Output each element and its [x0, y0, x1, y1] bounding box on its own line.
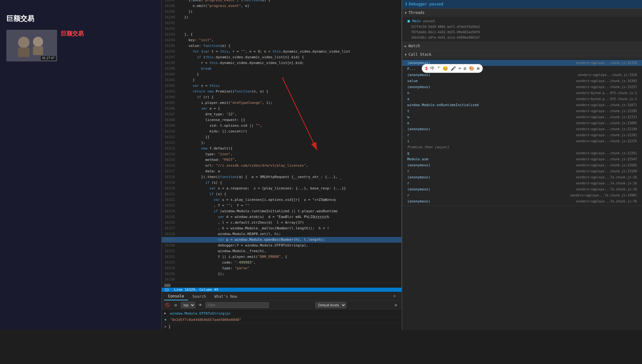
- ime-zh[interactable]: 中: [430, 66, 435, 71]
- code-line[interactable]: 16300 }: [162, 72, 401, 77]
- console-filter-input[interactable]: [205, 302, 269, 308]
- thread-id1[interactable]: 527f4c50-5dd9-480b-bef1-dfde6f5b50a3: [402, 24, 642, 29]
- call-stack-item[interactable]: Promise.then (async): [402, 144, 642, 150]
- code-line[interactable]: 16315 method: "POST",: [162, 157, 401, 163]
- call-stack-item[interactable]: (anonymous) vendors~xgplaye...7a.chunk.j…: [402, 174, 642, 180]
- code-line[interactable]: 16301 }: [162, 77, 401, 83]
- call-stack-item[interactable]: (anonymous) vendors~xgplaye...chunk.js:1…: [402, 84, 642, 90]
- code-line[interactable]: 16306 var a = {: [162, 106, 401, 112]
- code-line[interactable]: 16329 var p = window.Module.openBox(Numb…: [162, 237, 401, 243]
- code-line[interactable]: 16317 data: a: [162, 169, 401, 174]
- call-stack-item[interactable]: r vendors~xgplaye...chunk.js:22201: [402, 132, 642, 138]
- code-line[interactable]: 16304 if (r) {: [162, 94, 401, 100]
- call-stack-item[interactable]: n vendors~byted-p...9f5.chunk.js:1: [402, 90, 642, 96]
- code-line[interactable]: 16308 license_request: [{: [162, 117, 401, 123]
- call-stack-item[interactable]: t vendors~xgplaye...chunk.js:22285: [402, 108, 642, 114]
- code-line[interactable]: 16297 if (this.dynamic_video.dynamic_vid…: [162, 54, 401, 60]
- call-stack-item[interactable]: Module.asm vendors~xgplaye...chunk.js:22…: [402, 156, 642, 162]
- code-line[interactable]: 16312 };: [162, 140, 401, 146]
- thread-id3[interactable]: 2bb43d6c-a9fa-4e91-a1cb-6409be9063d7: [402, 35, 642, 40]
- call-stack-item[interactable]: (anonymous) vendors~xgplaye...7a.chunk.j…: [402, 186, 642, 192]
- code-line[interactable]: 16293 }, {: [162, 32, 401, 37]
- code-line[interactable]: 16305 i.player.emit("drmTypeChange", 1);: [162, 100, 401, 106]
- call-stack-item[interactable]: a vendors~byted-p...9f5.chunk.js:1: [402, 96, 642, 102]
- call-stack-item[interactable]: e vendors~xgplaye...chunk.js:23095: [402, 120, 642, 126]
- console-input-line[interactable]: > |: [162, 323, 402, 330]
- code-line[interactable]: 16336: [162, 277, 401, 283]
- thread-id2[interactable]: f875da6b-06c2-4a52-8d25-09e465ae94f8: [402, 29, 642, 35]
- code-line[interactable]: 16296 for (var t = this, r = "", n = 0; …: [162, 49, 401, 54]
- video-thumbnail[interactable]: 01:27:47: [6, 30, 57, 61]
- code-line[interactable]: 16309 vid: t.options.vid || "",: [162, 123, 401, 129]
- code-line[interactable]: 16307 drm_type: "22",: [162, 112, 401, 117]
- code-line[interactable]: 16333 code: "-499983",: [162, 260, 401, 265]
- ime-apps[interactable]: ⊞: [477, 66, 479, 71]
- ime-mic[interactable]: 🎤: [451, 66, 456, 71]
- code-line[interactable]: 16294 key: "init",: [162, 37, 401, 43]
- ime-emoji[interactable]: 😊: [443, 66, 448, 71]
- code-line[interactable]: 16326 , l = c.default.str2hex(d) l = Arr…: [162, 220, 401, 226]
- call-stack-item[interactable]: window.Module.onRuntimeInitialized vendo…: [402, 102, 642, 108]
- code-line[interactable]: 16310 kids: [].concat(r): [162, 129, 401, 134]
- call-stack-item[interactable]: r vendors~xgplaye...7a.chunk.js:16: [402, 180, 642, 186]
- call-stack-item[interactable]: r vendors~xgplaye...chunk.js:23109: [402, 168, 642, 174]
- call-stack-item[interactable]: (anonymous) vendors~xgplaye...chunk.js:2…: [402, 126, 642, 132]
- code-line[interactable]: 16328 window.Module.HEAP8.set(l, h);: [162, 231, 401, 237]
- console-entry-expand[interactable]: ▶ window.Module.UTF8ToString(p): [162, 311, 402, 317]
- code-line[interactable]: 16335 });: [162, 271, 401, 277]
- console-settings-btn[interactable]: ⚙: [393, 302, 399, 308]
- code-line[interactable]: 16295 value: function(e) {: [162, 43, 401, 49]
- code-line[interactable]: 16321 if (s) {: [162, 191, 401, 197]
- expand-arrow[interactable]: ▶: [164, 311, 168, 315]
- thread-main[interactable]: Main paused: [402, 18, 642, 24]
- tab-search[interactable]: Search: [189, 293, 210, 300]
- code-line[interactable]: 16287 i.once("progress_event", (function…: [162, 0, 401, 3]
- code-line[interactable]: 16324 if (window.Module.runtimeInitializ…: [162, 208, 401, 214]
- watch-section-header[interactable]: ▶ Watch: [402, 42, 642, 50]
- ime-dot[interactable]: °: [437, 66, 440, 71]
- ime-theme[interactable]: 🎨: [469, 66, 474, 71]
- console-clear-btn[interactable]: 🚫: [164, 302, 171, 308]
- code-line[interactable]: 16289 }): [162, 9, 401, 15]
- code-line[interactable]: 16334 type: "parse": [162, 265, 401, 271]
- code-line[interactable]: 16292: [162, 26, 401, 32]
- ime-keyboard[interactable]: ⌨: [458, 66, 461, 71]
- console-filter-btn[interactable]: ⊘: [172, 302, 179, 308]
- ime-gear[interactable]: ⚙: [464, 66, 466, 71]
- call-stack-item[interactable]: (anonymous) vendors~xgplaye...chunk.js:2…: [402, 162, 642, 168]
- console-levels-select[interactable]: Default levels: [315, 302, 346, 308]
- code-line[interactable]: 16320 var s = a.response; s = {play_lice…: [162, 186, 401, 191]
- console-eye-btn[interactable]: 👁: [197, 302, 204, 308]
- code-line[interactable]: 16313 new f.default({: [162, 146, 401, 151]
- code-line[interactable]: 16330 debugger;f = window.Module.UTF8ToS…: [162, 243, 401, 248]
- code-line[interactable]: 16327 , h = window.Module._malloc(Number…: [162, 226, 401, 231]
- console-context-select[interactable]: top: [181, 302, 195, 308]
- code-line[interactable]: 16291: [162, 20, 401, 26]
- code-line[interactable]: 16303 return new Promise((function(n, o)…: [162, 89, 401, 94]
- code-line[interactable]: 16311 }]: [162, 134, 401, 140]
- call-stack-item[interactable]: i vendors~xgplaye...chunk.js:22225: [402, 138, 642, 144]
- code-line[interactable]: 16316 url: "//i.snssdk.com/video/drm/v1/…: [162, 163, 401, 169]
- call-stack-item[interactable]: value vendors~xgplaye...chunk.js:16303: [402, 78, 642, 84]
- call-stack-item[interactable]: w vendors~xgplaye...chunk.js:22313: [402, 114, 642, 120]
- code-line[interactable]: 16298 r = this.dynamic_video.dynamic_vid…: [162, 60, 401, 66]
- code-line[interactable]: 16322 var u = s.play_licenses[i.options.…: [162, 197, 401, 203]
- source-format-icon[interactable]: {}: [165, 288, 169, 292]
- call-stack-item[interactable]: g vendors~xgplaye...chunk.js:22261: [402, 150, 642, 156]
- code-line[interactable]: 16299 break: [162, 66, 401, 72]
- tab-whats-new[interactable]: What's New: [211, 293, 241, 300]
- code-lines[interactable]: 16287 i.once("progress_event", (function…: [162, 0, 401, 283]
- call-stack-section-header[interactable]: ▼ Call Stack: [402, 50, 642, 59]
- code-line[interactable]: 16323 , f = ""; f = "": [162, 203, 401, 208]
- horizontal-scrollbar[interactable]: [162, 283, 401, 288]
- call-stack-item[interactable]: r vendors~xgplaye...7a.chunk.js:14981: [402, 192, 642, 198]
- code-line[interactable]: 16302 var s = this;: [162, 83, 401, 89]
- code-line[interactable]: 16332 f || i.player.emit("DRM_ERROR", {: [162, 254, 401, 260]
- code-line[interactable]: 16290 }): [162, 15, 401, 20]
- code-line[interactable]: 16288 n.emit("progress_event", e): [162, 3, 401, 9]
- threads-section-header[interactable]: ▼ Threads: [402, 9, 642, 17]
- close-bottom-btn[interactable]: ✕: [390, 291, 399, 300]
- tab-console-bottom[interactable]: Console: [164, 293, 188, 300]
- code-line[interactable]: 16318 }).then((function(a) { a = XMLHttp…: [162, 174, 401, 180]
- code-line[interactable]: 16325 var d = window.atob(u) d = "EawBlc…: [162, 214, 401, 220]
